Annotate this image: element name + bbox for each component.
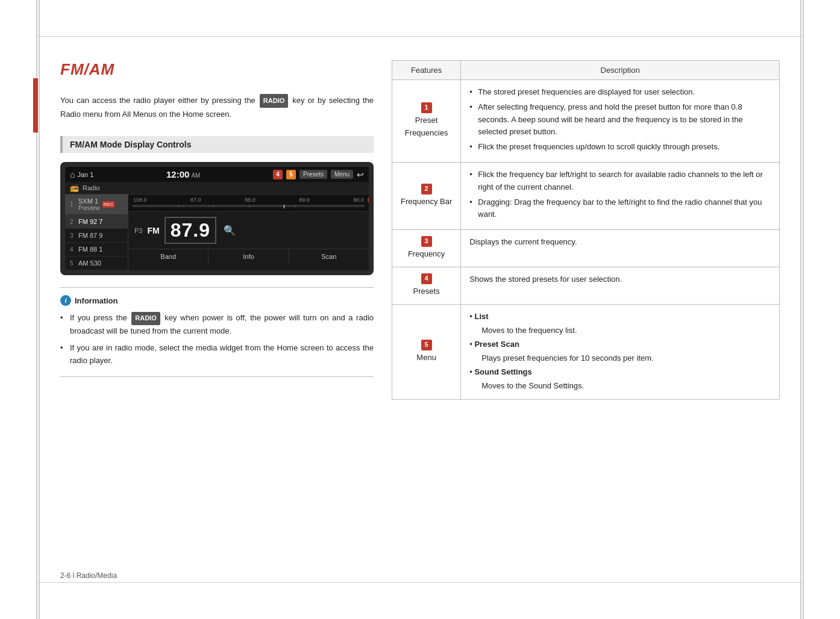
freq-scale-3: 88.0: [245, 197, 255, 203]
freqbar-desc-list: Flick the frequency bar left/right to se…: [469, 169, 771, 221]
badge-2-freq: 2: [368, 196, 369, 204]
info-header: i Information: [60, 295, 374, 306]
info-bottom-line: [60, 376, 374, 377]
left-column: FM/AM You can access the radio player ei…: [60, 48, 374, 571]
freq-tick-2: [213, 205, 214, 207]
device-bottom-buttons: Band Info Scan: [128, 249, 369, 264]
station-item-3[interactable]: 3 FM 87 9: [65, 229, 128, 243]
feat-badge-1: 1: [421, 102, 432, 113]
station-num-2: 2: [70, 219, 76, 225]
topbar-time-suffix: AM: [191, 172, 200, 179]
freq-desc-plain: Displays the current frequency.: [469, 237, 577, 246]
station-name-1: SXM 1: [78, 198, 100, 205]
radio-badge-info: RADIO: [131, 312, 160, 325]
menu-label-list: List: [474, 312, 488, 321]
footer-text: 2-6 l Radio/Media: [60, 571, 117, 580]
menu-detail-list: Moves to the frequency list.: [469, 325, 771, 337]
page-border-right: [800, 0, 804, 619]
table-row-freqbar: 2 Frequency Bar Flick the frequency bar …: [392, 162, 780, 229]
menu-button[interactable]: Menu: [331, 170, 353, 179]
menu-item-soundsettings: • Sound Settings: [469, 366, 771, 379]
info-item-1-before: If you press the: [70, 313, 130, 322]
freq-scale: 108.0 87.0 88.0 89.0 90.0 2: [132, 197, 365, 203]
feature-label-menu: Menu: [416, 352, 436, 364]
station-num-3: 3: [70, 232, 76, 239]
topbar-time: 12:00: [166, 169, 189, 179]
station-item-1[interactable]: 1 SXM 1 Preview REC: [65, 194, 128, 215]
feature-desc-preset: The stored preset frequencies are displa…: [461, 80, 780, 163]
page-line-top: [36, 36, 804, 37]
station-num-1: 1: [70, 201, 76, 208]
freq-tick-1: [178, 205, 179, 207]
freq-scale-2: 87.0: [190, 197, 201, 203]
feat-badge-4: 4: [421, 273, 432, 284]
freq-scale-4: 89.0: [299, 197, 310, 203]
station-item-4[interactable]: 4 FM 88 1: [65, 243, 128, 257]
feature-label-freq: Frequency: [408, 248, 445, 261]
device-topbar: ⌂ Jan 1 12:00 AM 4 5 Presets Menu ↩: [65, 167, 369, 182]
menu-desc-list: • List Moves to the frequency list. • Pr…: [469, 311, 771, 392]
menu-detail-soundsettings: Moves to the Sound Settings.: [469, 380, 771, 392]
freq-bar-container: 108.0 87.0 88.0 89.0 90.0 2: [128, 194, 369, 212]
info-button[interactable]: Info: [208, 249, 289, 264]
info-item-1: If you press the RADIO key when power is…: [60, 312, 374, 337]
freq-big-value: 87.9: [165, 217, 216, 244]
station-num-5: 5: [70, 260, 76, 267]
information-box: i Information If you press the RADIO key…: [60, 287, 374, 377]
feature-desc-freqbar: Flick the frequency bar left/right to se…: [461, 162, 780, 229]
freq-tick-4: [295, 205, 296, 207]
menu-label-soundsettings: Sound Settings: [474, 367, 531, 376]
station-name-5: AM 530: [78, 260, 101, 267]
table-row-preset: 1 PresetFrequencies The stored preset fr…: [392, 80, 780, 163]
intro-paragraph: You can access the radio player either b…: [60, 94, 374, 121]
device-navbar: 📻 Radio: [65, 182, 369, 194]
station-item-5[interactable]: 5 AM 530: [65, 257, 128, 270]
feature-name-freqbar: 2 Frequency Bar: [392, 162, 461, 229]
info-title: Information: [75, 296, 118, 305]
station-sub-1: Preview: [78, 205, 100, 211]
band-button[interactable]: Band: [128, 249, 208, 264]
freq-slider[interactable]: [132, 205, 365, 207]
page-footer: 2-6 l Radio/Media: [60, 571, 117, 580]
station-name-3: FM 87 9: [78, 232, 102, 239]
station-item-2[interactable]: 2 FM 92 7: [65, 215, 128, 229]
feature-name-preset: 1 PresetFrequencies: [392, 80, 461, 163]
badge-4: 4: [273, 170, 283, 179]
freqbar-desc-1: Flick the frequency bar left/right to se…: [469, 169, 771, 194]
badge-5: 5: [286, 170, 296, 179]
info-item-2-text: If you are in radio mode, select the med…: [70, 343, 374, 365]
presets-button[interactable]: Presets: [299, 170, 327, 179]
col-header-features: Features: [392, 61, 461, 80]
menu-label-presetscan: Preset Scan: [474, 340, 519, 349]
info-item-2: If you are in radio mode, select the med…: [60, 342, 374, 367]
right-column: Features Description 1 PresetFrequencies: [392, 48, 780, 571]
topbar-left: ⌂ Jan 1: [70, 170, 93, 179]
preset-desc-3: Flick the preset frequencies up/down to …: [469, 141, 771, 154]
table-row-menu: 5 Menu • List Moves to the frequency lis…: [392, 304, 780, 399]
home-icon: ⌂: [70, 170, 75, 179]
feature-name-menu: 5 Menu: [392, 304, 461, 399]
intro-text-before: You can access the radio player either b…: [60, 96, 255, 105]
topbar-date: Jan 1: [77, 171, 93, 178]
topbar-center: 12:00 AM: [166, 169, 200, 179]
scan-button[interactable]: Scan: [289, 249, 369, 264]
back-button[interactable]: ↩: [357, 170, 364, 179]
radio-nav-icon: 📻: [70, 184, 79, 192]
menu-item-presetscan: • Preset Scan: [469, 338, 771, 351]
section-title-text: FM/AM Mode Display Controls: [70, 140, 191, 149]
table-row-presets: 4 Presets Shows the stored presets for u…: [392, 267, 780, 304]
preset-desc-2: After selecting frequency, press and hol…: [469, 101, 771, 138]
device-mockup: ⌂ Jan 1 12:00 AM 4 5 Presets Menu ↩: [60, 162, 374, 275]
station-num-4: 4: [70, 246, 76, 253]
feature-name-freq: 3 Frequency: [392, 230, 461, 267]
search-icon[interactable]: 🔍: [224, 225, 236, 236]
info-icon: i: [60, 295, 71, 306]
feature-desc-presets: Shows the stored presets for user select…: [461, 267, 780, 304]
feature-name-presets: 4 Presets: [392, 267, 461, 304]
feature-label-presets: Presets: [413, 285, 440, 298]
feature-label-freqbar: Frequency Bar: [401, 196, 452, 208]
main-content: FM/AM You can access the radio player ei…: [60, 48, 780, 571]
topbar-right: 4 5 Presets Menu ↩: [273, 170, 364, 179]
radio-label: Radio: [83, 184, 100, 191]
feat-badge-5: 5: [421, 340, 432, 350]
